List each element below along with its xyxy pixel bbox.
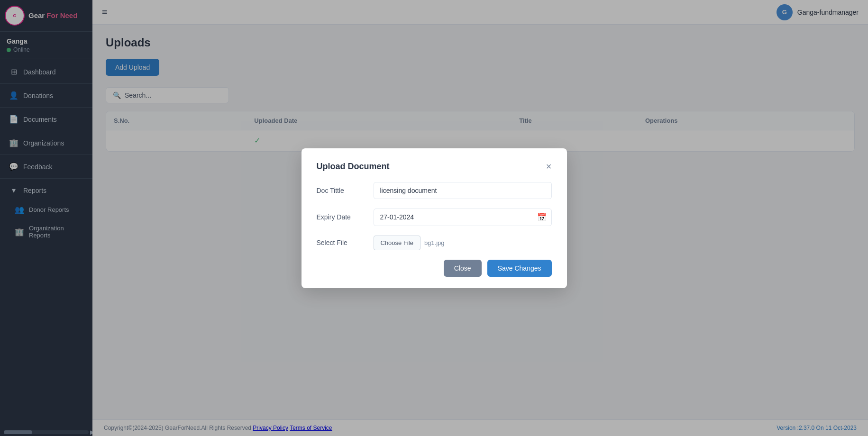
modal-title: Upload Document <box>317 162 390 172</box>
save-changes-button[interactable]: Save Changes <box>487 260 552 277</box>
select-file-field: Select File Choose File bg1.jpg <box>317 236 552 250</box>
choose-file-button[interactable]: Choose File <box>374 236 420 250</box>
modal-overlay[interactable]: Upload Document × Doc Tittle Expiry Date… <box>0 0 868 436</box>
doc-title-label: Doc Tittle <box>317 187 374 194</box>
calendar-icon[interactable]: 📅 <box>532 209 551 226</box>
expiry-date-label: Expiry Date <box>317 213 374 221</box>
date-input-wrapper: 📅 <box>374 209 552 226</box>
modal-header: Upload Document × <box>317 162 552 172</box>
upload-document-modal: Upload Document × Doc Tittle Expiry Date… <box>302 148 567 288</box>
doc-title-input[interactable] <box>374 182 552 199</box>
file-name-display: bg1.jpg <box>424 239 445 246</box>
doc-title-field: Doc Tittle <box>317 182 552 199</box>
select-file-label: Select File <box>317 239 374 246</box>
modal-footer: Close Save Changes <box>317 260 552 277</box>
expiry-date-input[interactable] <box>374 209 532 225</box>
close-button[interactable]: Close <box>444 260 482 277</box>
modal-close-button[interactable]: × <box>546 162 552 171</box>
file-input-wrapper: Choose File bg1.jpg <box>374 236 552 250</box>
expiry-date-field: Expiry Date 📅 <box>317 209 552 226</box>
